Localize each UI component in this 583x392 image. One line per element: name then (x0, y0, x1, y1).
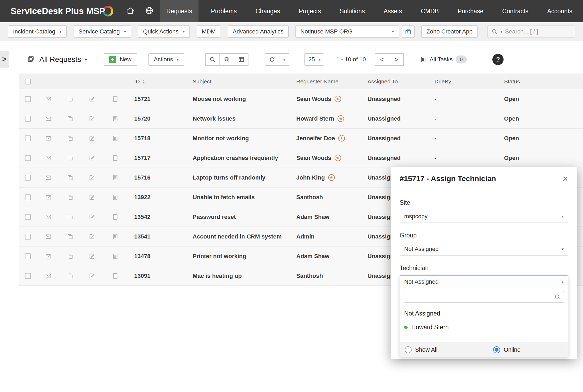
mdm-button[interactable]: MDM (197, 25, 221, 38)
show-all-radio[interactable]: Show All (405, 346, 437, 353)
copy-icon[interactable] (60, 96, 81, 102)
tab-solutions[interactable]: Solutions (333, 0, 371, 22)
mail-icon[interactable] (37, 273, 60, 279)
page-size-select[interactable]: 25 ▾ (304, 53, 324, 66)
column-header-dueby[interactable]: DueBy (428, 78, 497, 85)
quick-actions-button[interactable]: Quick Actions▾ (138, 25, 190, 38)
worklog-icon[interactable] (103, 194, 128, 201)
edit-icon[interactable] (81, 253, 103, 259)
close-icon[interactable]: × (563, 174, 568, 184)
edit-icon[interactable] (81, 233, 103, 240)
worklog-icon[interactable] (103, 116, 128, 122)
row-checkbox[interactable] (25, 96, 31, 102)
copy-icon[interactable] (60, 273, 81, 279)
sort-icon[interactable]: ▴▾ (143, 79, 145, 84)
previous-page-button[interactable]: < (375, 53, 389, 66)
request-id[interactable]: 13922 (128, 194, 186, 201)
request-subject[interactable]: Account needed in CRM system (186, 233, 290, 240)
next-page-button[interactable]: > (389, 53, 404, 66)
tab-assets[interactable]: Assets (377, 0, 408, 22)
copy-icon[interactable] (60, 116, 81, 122)
copy-icon[interactable] (60, 214, 81, 220)
worklog-icon[interactable] (103, 135, 128, 142)
search-button[interactable] (205, 53, 220, 66)
request-subject[interactable]: Monitor not working (186, 135, 290, 142)
home-icon[interactable] (126, 6, 134, 16)
worklog-icon[interactable] (103, 214, 128, 220)
worklog-icon[interactable] (103, 233, 128, 240)
request-id[interactable]: 13478 (128, 253, 186, 260)
edit-icon[interactable] (81, 214, 103, 220)
edit-icon[interactable] (81, 194, 103, 201)
option-howard-stern[interactable]: Howard Stern (400, 320, 568, 334)
row-checkbox[interactable] (25, 175, 31, 181)
request-subject[interactable]: Mac is heating up (186, 272, 290, 279)
mail-icon[interactable] (37, 194, 60, 201)
edit-icon[interactable] (81, 96, 103, 102)
copy-icon[interactable] (60, 194, 81, 201)
org-site-icon-button[interactable] (402, 25, 415, 38)
worklog-icon[interactable] (103, 96, 128, 102)
global-column-search-button[interactable] (220, 53, 234, 66)
column-header-requester[interactable]: Requester Name (290, 78, 361, 85)
all-tasks-button[interactable]: All Tasks 0 (420, 56, 467, 63)
actions-button[interactable]: Actions ▾ (148, 53, 184, 66)
assigned-to[interactable]: Unassigned (361, 135, 428, 142)
request-subject[interactable]: Password reset (186, 214, 290, 220)
advanced-analytics-button[interactable]: Advanced Analytics (228, 25, 289, 38)
request-subject[interactable]: Printer not working (186, 253, 290, 260)
column-header-subject[interactable]: Subject (186, 78, 290, 85)
copy-icon[interactable] (60, 174, 81, 181)
worklog-icon[interactable] (103, 253, 128, 259)
group-select[interactable]: Not Assigned ▾ (400, 243, 568, 255)
request-id[interactable]: 15716 (128, 174, 186, 181)
row-checkbox[interactable] (25, 155, 31, 161)
technician-select[interactable]: Not Assigned ▴ (400, 276, 568, 288)
view-selector[interactable]: All Requests ▾ (39, 55, 87, 64)
edit-icon[interactable] (81, 174, 103, 181)
mail-icon[interactable] (37, 253, 60, 259)
app-logo[interactable]: ServiceDesk Plus MSP (11, 6, 105, 16)
request-subject[interactable]: Application crashes frequently (186, 155, 290, 161)
mail-icon[interactable] (37, 155, 60, 161)
assigned-to[interactable]: Unassigned (361, 115, 428, 122)
online-radio[interactable]: Online (493, 346, 521, 353)
copy-icon[interactable] (60, 135, 81, 142)
help-button[interactable]: ? (492, 54, 504, 65)
request-id[interactable]: 15717 (128, 155, 186, 161)
option-not-assigned[interactable]: Not Assigned (400, 306, 568, 320)
request-id[interactable]: 13091 (128, 272, 186, 279)
request-status[interactable]: Open (497, 115, 583, 122)
select-all-checkbox[interactable] (25, 79, 31, 84)
refresh-interval-button[interactable]: ▾ (279, 53, 289, 66)
worklog-icon[interactable] (103, 155, 128, 161)
technician-search-input[interactable] (407, 293, 552, 300)
edit-icon[interactable] (81, 155, 103, 161)
edit-icon[interactable] (81, 135, 103, 142)
mail-icon[interactable] (37, 233, 60, 240)
mail-icon[interactable] (37, 135, 60, 142)
request-id[interactable]: 15721 (128, 96, 186, 103)
tab-purchase[interactable]: Purchase (451, 0, 490, 22)
row-checkbox[interactable] (25, 116, 31, 122)
request-id[interactable]: 13541 (128, 233, 186, 240)
incident-catalog-button[interactable]: Incident Catalog▾ (8, 25, 67, 38)
mail-icon[interactable] (37, 214, 60, 220)
globe-dashboard-icon[interactable] (145, 6, 154, 16)
request-id[interactable]: 15720 (128, 115, 186, 122)
org-select[interactable]: Notinuse MSP ORG▾ (295, 25, 399, 38)
tab-problems[interactable]: Problems (205, 0, 243, 22)
tab-cmdb[interactable]: CMDB (415, 0, 445, 22)
column-header-assigned[interactable]: Assigned To (361, 78, 428, 85)
request-status[interactable]: Open (497, 96, 583, 103)
tab-requests[interactable]: Requests (160, 0, 198, 22)
site-select[interactable]: mspcopy ▾ (400, 210, 568, 223)
mail-icon[interactable] (37, 96, 60, 102)
row-checkbox[interactable] (25, 194, 31, 200)
tab-projects[interactable]: Projects (293, 0, 327, 22)
request-subject[interactable]: Mouse not working (186, 96, 290, 103)
service-catalog-button[interactable]: Service Catalog▾ (74, 25, 131, 38)
assigned-to[interactable]: Unassigned (361, 96, 428, 103)
copy-icon[interactable] (60, 233, 81, 240)
request-subject[interactable]: Unable to fetch emails (186, 194, 290, 201)
